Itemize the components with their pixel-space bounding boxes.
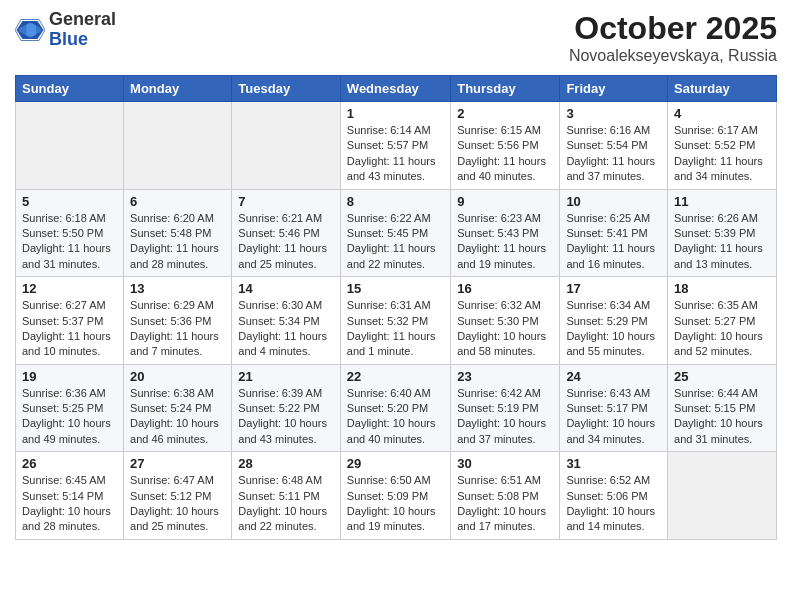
- calendar-cell: 31Sunrise: 6:52 AM Sunset: 5:06 PM Dayli…: [560, 452, 668, 540]
- day-number: 3: [566, 106, 661, 121]
- week-row: 5Sunrise: 6:18 AM Sunset: 5:50 PM Daylig…: [16, 189, 777, 277]
- logo-blue: Blue: [49, 30, 116, 50]
- day-number: 19: [22, 369, 117, 384]
- day-number: 2: [457, 106, 553, 121]
- calendar-table: SundayMondayTuesdayWednesdayThursdayFrid…: [15, 75, 777, 540]
- calendar-cell: 18Sunrise: 6:35 AM Sunset: 5:27 PM Dayli…: [668, 277, 777, 365]
- day-info: Sunrise: 6:17 AM Sunset: 5:52 PM Dayligh…: [674, 123, 770, 185]
- day-info: Sunrise: 6:40 AM Sunset: 5:20 PM Dayligh…: [347, 386, 444, 448]
- calendar-cell: 25Sunrise: 6:44 AM Sunset: 5:15 PM Dayli…: [668, 364, 777, 452]
- week-row: 12Sunrise: 6:27 AM Sunset: 5:37 PM Dayli…: [16, 277, 777, 365]
- day-number: 28: [238, 456, 334, 471]
- calendar-cell: 28Sunrise: 6:48 AM Sunset: 5:11 PM Dayli…: [232, 452, 341, 540]
- day-info: Sunrise: 6:18 AM Sunset: 5:50 PM Dayligh…: [22, 211, 117, 273]
- week-row: 26Sunrise: 6:45 AM Sunset: 5:14 PM Dayli…: [16, 452, 777, 540]
- calendar-cell: 1Sunrise: 6:14 AM Sunset: 5:57 PM Daylig…: [340, 102, 450, 190]
- day-info: Sunrise: 6:45 AM Sunset: 5:14 PM Dayligh…: [22, 473, 117, 535]
- calendar-cell: 22Sunrise: 6:40 AM Sunset: 5:20 PM Dayli…: [340, 364, 450, 452]
- calendar-cell: 3Sunrise: 6:16 AM Sunset: 5:54 PM Daylig…: [560, 102, 668, 190]
- day-number: 20: [130, 369, 225, 384]
- calendar-cell: 24Sunrise: 6:43 AM Sunset: 5:17 PM Dayli…: [560, 364, 668, 452]
- calendar-cell: 26Sunrise: 6:45 AM Sunset: 5:14 PM Dayli…: [16, 452, 124, 540]
- calendar-cell: 12Sunrise: 6:27 AM Sunset: 5:37 PM Dayli…: [16, 277, 124, 365]
- calendar-cell: [232, 102, 341, 190]
- day-number: 7: [238, 194, 334, 209]
- day-number: 22: [347, 369, 444, 384]
- day-info: Sunrise: 6:39 AM Sunset: 5:22 PM Dayligh…: [238, 386, 334, 448]
- day-info: Sunrise: 6:27 AM Sunset: 5:37 PM Dayligh…: [22, 298, 117, 360]
- weekday-header: Thursday: [451, 76, 560, 102]
- day-number: 23: [457, 369, 553, 384]
- calendar-cell: 30Sunrise: 6:51 AM Sunset: 5:08 PM Dayli…: [451, 452, 560, 540]
- day-info: Sunrise: 6:51 AM Sunset: 5:08 PM Dayligh…: [457, 473, 553, 535]
- day-number: 30: [457, 456, 553, 471]
- weekday-header: Saturday: [668, 76, 777, 102]
- weekday-header: Friday: [560, 76, 668, 102]
- week-row: 19Sunrise: 6:36 AM Sunset: 5:25 PM Dayli…: [16, 364, 777, 452]
- day-info: Sunrise: 6:31 AM Sunset: 5:32 PM Dayligh…: [347, 298, 444, 360]
- day-info: Sunrise: 6:34 AM Sunset: 5:29 PM Dayligh…: [566, 298, 661, 360]
- day-info: Sunrise: 6:32 AM Sunset: 5:30 PM Dayligh…: [457, 298, 553, 360]
- day-number: 17: [566, 281, 661, 296]
- day-number: 24: [566, 369, 661, 384]
- week-row: 1Sunrise: 6:14 AM Sunset: 5:57 PM Daylig…: [16, 102, 777, 190]
- logo: General Blue: [15, 10, 116, 50]
- day-info: Sunrise: 6:16 AM Sunset: 5:54 PM Dayligh…: [566, 123, 661, 185]
- day-number: 6: [130, 194, 225, 209]
- calendar-cell: 14Sunrise: 6:30 AM Sunset: 5:34 PM Dayli…: [232, 277, 341, 365]
- weekday-header: Sunday: [16, 76, 124, 102]
- day-number: 31: [566, 456, 661, 471]
- day-number: 1: [347, 106, 444, 121]
- day-info: Sunrise: 6:21 AM Sunset: 5:46 PM Dayligh…: [238, 211, 334, 273]
- calendar-cell: [16, 102, 124, 190]
- calendar-cell: [668, 452, 777, 540]
- day-number: 18: [674, 281, 770, 296]
- calendar-cell: 4Sunrise: 6:17 AM Sunset: 5:52 PM Daylig…: [668, 102, 777, 190]
- logo-icon: [15, 15, 45, 45]
- calendar-cell: 15Sunrise: 6:31 AM Sunset: 5:32 PM Dayli…: [340, 277, 450, 365]
- calendar-cell: 19Sunrise: 6:36 AM Sunset: 5:25 PM Dayli…: [16, 364, 124, 452]
- calendar-cell: [124, 102, 232, 190]
- calendar-cell: 7Sunrise: 6:21 AM Sunset: 5:46 PM Daylig…: [232, 189, 341, 277]
- weekday-header: Wednesday: [340, 76, 450, 102]
- day-info: Sunrise: 6:52 AM Sunset: 5:06 PM Dayligh…: [566, 473, 661, 535]
- weekday-header-row: SundayMondayTuesdayWednesdayThursdayFrid…: [16, 76, 777, 102]
- day-number: 5: [22, 194, 117, 209]
- day-number: 15: [347, 281, 444, 296]
- day-number: 10: [566, 194, 661, 209]
- day-info: Sunrise: 6:38 AM Sunset: 5:24 PM Dayligh…: [130, 386, 225, 448]
- day-info: Sunrise: 6:25 AM Sunset: 5:41 PM Dayligh…: [566, 211, 661, 273]
- day-number: 8: [347, 194, 444, 209]
- calendar-cell: 16Sunrise: 6:32 AM Sunset: 5:30 PM Dayli…: [451, 277, 560, 365]
- day-number: 25: [674, 369, 770, 384]
- day-info: Sunrise: 6:29 AM Sunset: 5:36 PM Dayligh…: [130, 298, 225, 360]
- title-block: October 2025 Novoalekseyevskaya, Russia: [569, 10, 777, 65]
- day-info: Sunrise: 6:23 AM Sunset: 5:43 PM Dayligh…: [457, 211, 553, 273]
- calendar-cell: 5Sunrise: 6:18 AM Sunset: 5:50 PM Daylig…: [16, 189, 124, 277]
- day-number: 21: [238, 369, 334, 384]
- day-info: Sunrise: 6:26 AM Sunset: 5:39 PM Dayligh…: [674, 211, 770, 273]
- day-info: Sunrise: 6:14 AM Sunset: 5:57 PM Dayligh…: [347, 123, 444, 185]
- day-info: Sunrise: 6:48 AM Sunset: 5:11 PM Dayligh…: [238, 473, 334, 535]
- page-container: General Blue October 2025 Novoalekseyevs…: [0, 0, 792, 550]
- day-number: 11: [674, 194, 770, 209]
- day-info: Sunrise: 6:50 AM Sunset: 5:09 PM Dayligh…: [347, 473, 444, 535]
- day-number: 4: [674, 106, 770, 121]
- day-number: 27: [130, 456, 225, 471]
- day-info: Sunrise: 6:15 AM Sunset: 5:56 PM Dayligh…: [457, 123, 553, 185]
- day-number: 9: [457, 194, 553, 209]
- calendar-cell: 13Sunrise: 6:29 AM Sunset: 5:36 PM Dayli…: [124, 277, 232, 365]
- calendar-cell: 9Sunrise: 6:23 AM Sunset: 5:43 PM Daylig…: [451, 189, 560, 277]
- calendar-cell: 29Sunrise: 6:50 AM Sunset: 5:09 PM Dayli…: [340, 452, 450, 540]
- day-info: Sunrise: 6:35 AM Sunset: 5:27 PM Dayligh…: [674, 298, 770, 360]
- calendar-title: October 2025: [569, 10, 777, 47]
- calendar-cell: 6Sunrise: 6:20 AM Sunset: 5:48 PM Daylig…: [124, 189, 232, 277]
- day-info: Sunrise: 6:47 AM Sunset: 5:12 PM Dayligh…: [130, 473, 225, 535]
- day-number: 14: [238, 281, 334, 296]
- calendar-cell: 27Sunrise: 6:47 AM Sunset: 5:12 PM Dayli…: [124, 452, 232, 540]
- calendar-cell: 11Sunrise: 6:26 AM Sunset: 5:39 PM Dayli…: [668, 189, 777, 277]
- logo-general: General: [49, 10, 116, 30]
- logo-text: General Blue: [49, 10, 116, 50]
- calendar-cell: 10Sunrise: 6:25 AM Sunset: 5:41 PM Dayli…: [560, 189, 668, 277]
- calendar-cell: 20Sunrise: 6:38 AM Sunset: 5:24 PM Dayli…: [124, 364, 232, 452]
